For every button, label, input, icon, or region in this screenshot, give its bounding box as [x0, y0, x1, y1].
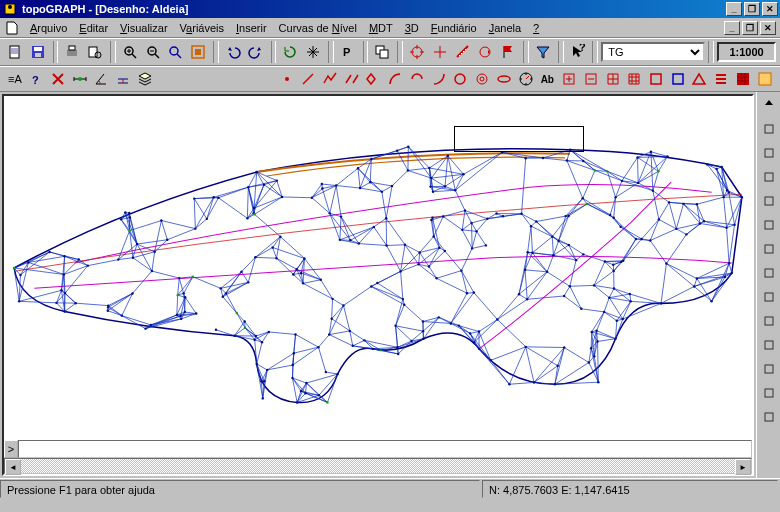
rotate-icon[interactable] [475, 41, 497, 63]
triangle-icon[interactable] [689, 68, 710, 90]
filter-icon[interactable] [532, 41, 554, 63]
arc2-icon[interactable] [407, 68, 428, 90]
menu-inserir[interactable]: Inserir [230, 20, 273, 36]
print-icon[interactable] [61, 41, 83, 63]
svg-point-1029 [263, 380, 265, 382]
drawing-canvas[interactable] [4, 96, 752, 440]
copy-icon[interactable] [371, 41, 393, 63]
remove-box-icon[interactable] [580, 68, 601, 90]
arc3-icon[interactable] [428, 68, 449, 90]
arc-icon[interactable] [385, 68, 406, 90]
svg-point-955 [658, 218, 660, 220]
paragraph-icon[interactable]: P [337, 41, 359, 63]
close-line-icon[interactable] [363, 68, 384, 90]
snap-polar-icon[interactable] [758, 382, 780, 404]
fill-icon[interactable] [754, 68, 775, 90]
document-icon[interactable] [4, 41, 26, 63]
add-box-icon[interactable] [559, 68, 580, 90]
dimension-icon[interactable] [69, 68, 90, 90]
angle-icon[interactable] [91, 68, 112, 90]
minimize-button[interactable]: _ [726, 2, 742, 16]
layer-select[interactable]: TG [601, 42, 705, 62]
zoom-extents-icon[interactable] [187, 41, 209, 63]
svg-point-864 [609, 214, 611, 216]
menu-mdt[interactable]: MDT [363, 20, 399, 36]
layers-icon[interactable] [134, 68, 155, 90]
print-preview-icon[interactable] [84, 41, 106, 63]
mdi-minimize-button[interactable]: _ [724, 21, 740, 35]
polyline-icon[interactable] [320, 68, 341, 90]
snap-nearest-icon[interactable] [758, 286, 780, 308]
snap-off-icon[interactable] [758, 406, 780, 428]
snap-grid-icon[interactable] [758, 310, 780, 332]
zoom-window-icon[interactable] [165, 41, 187, 63]
mdi-maximize-button[interactable]: ❐ [742, 21, 758, 35]
scroll-track[interactable] [21, 459, 735, 473]
svg-point-835 [526, 298, 528, 300]
snap-int-icon[interactable] [758, 238, 780, 260]
line-icon[interactable] [298, 68, 319, 90]
mesh-icon[interactable] [733, 68, 754, 90]
command-input[interactable] [18, 440, 752, 458]
mdi-close-button[interactable]: ✕ [760, 21, 776, 35]
offset-icon[interactable] [113, 68, 134, 90]
box-red-icon[interactable] [646, 68, 667, 90]
svg-point-814 [567, 215, 569, 217]
break-line-icon[interactable] [341, 68, 362, 90]
scroll-right-button[interactable]: ► [735, 459, 751, 475]
pan-up-icon[interactable] [758, 94, 780, 116]
zoom-in-icon[interactable] [119, 41, 141, 63]
grid2-icon[interactable] [624, 68, 645, 90]
bars-icon[interactable] [711, 68, 732, 90]
menu-editar[interactable]: Editar [73, 20, 114, 36]
grid-red-icon[interactable] [602, 68, 623, 90]
save-icon[interactable] [27, 41, 49, 63]
menu-visualizar[interactable]: Visualizar [114, 20, 174, 36]
redo-icon[interactable] [245, 41, 267, 63]
horizontal-scrollbar[interactable]: ◄ ► [4, 458, 752, 474]
scale-display[interactable]: 1:1000 [717, 42, 776, 62]
point-icon[interactable] [276, 68, 297, 90]
pan-icon[interactable] [302, 41, 324, 63]
query-icon[interactable]: ? [26, 68, 47, 90]
snap-ortho-icon[interactable] [758, 358, 780, 380]
menu-variveis[interactable]: Variáveis [174, 20, 230, 36]
box-blue-icon[interactable] [667, 68, 688, 90]
svg-rect-5 [34, 47, 42, 51]
snap-mid-icon[interactable] [758, 142, 780, 164]
ellipse-icon[interactable] [493, 68, 514, 90]
flag-icon[interactable] [497, 41, 519, 63]
zoom-out-icon[interactable] [142, 41, 164, 63]
svg-point-976 [75, 302, 77, 304]
circle-icon[interactable] [450, 68, 471, 90]
measure-icon[interactable] [452, 41, 474, 63]
text-icon[interactable]: Ab [537, 68, 558, 90]
menu-arquivo[interactable]: Arquivo [24, 20, 73, 36]
crosshair-icon[interactable] [429, 41, 451, 63]
help-pointer-icon[interactable]: ? [567, 41, 589, 63]
svg-point-757 [255, 171, 257, 173]
menu-curvasdenvel[interactable]: Curvas de Nível [273, 20, 363, 36]
scroll-left-button[interactable]: ◄ [5, 459, 21, 475]
circle2-icon[interactable] [472, 68, 493, 90]
snap-node-icon[interactable] [758, 166, 780, 188]
svg-point-891 [496, 318, 498, 320]
undo-icon[interactable] [222, 41, 244, 63]
snap-tan-icon[interactable] [758, 214, 780, 236]
menu-janela[interactable]: Janela [483, 20, 527, 36]
menu-[interactable]: ? [527, 20, 545, 36]
delete-icon[interactable] [47, 68, 68, 90]
menu-3d[interactable]: 3D [399, 20, 425, 36]
snap-perp-icon[interactable] [758, 190, 780, 212]
snap-end-icon[interactable] [758, 118, 780, 140]
target-icon[interactable] [406, 41, 428, 63]
menu-fundirio[interactable]: Fundiário [425, 20, 483, 36]
close-button[interactable]: ✕ [762, 2, 778, 16]
snap-none-icon[interactable] [758, 334, 780, 356]
text-tool-icon[interactable]: ≡A [4, 68, 25, 90]
refresh-icon[interactable] [279, 41, 301, 63]
maximize-button[interactable]: ❐ [744, 2, 760, 16]
snap-center-icon[interactable] [758, 262, 780, 284]
svg-line-251 [296, 334, 319, 347]
compass-icon[interactable] [515, 68, 536, 90]
